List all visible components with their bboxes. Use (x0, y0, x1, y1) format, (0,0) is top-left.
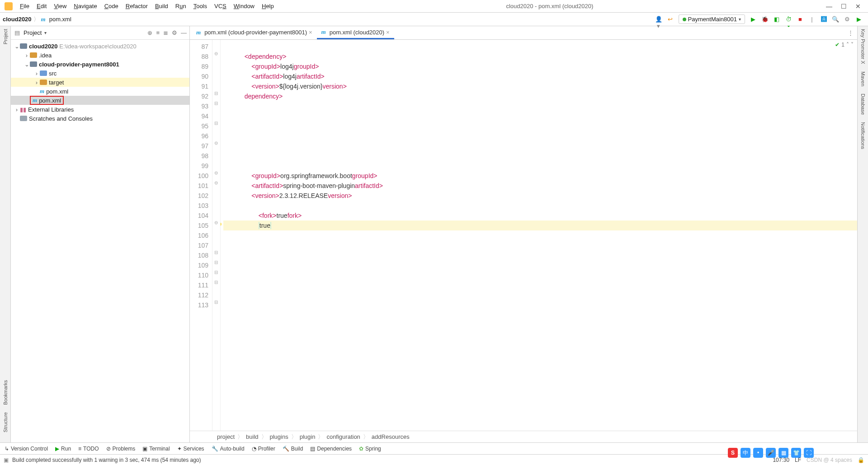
chevron-down-icon: ▾ (739, 17, 741, 22)
project-panel-title: Project (24, 29, 42, 36)
inspection-down-icon[interactable]: ˅ (851, 42, 854, 48)
tree-scratches[interactable]: Scratches and Consoles (11, 114, 189, 123)
app-logo-icon (5, 2, 13, 10)
tree-module[interactable]: ⌄cloud-provider-payment8001 (11, 60, 189, 69)
coverage-button[interactable]: ◧ (773, 16, 780, 23)
run-anything-icon[interactable]: ▶ (855, 16, 863, 23)
back-arrow-icon[interactable]: ↩ (667, 16, 674, 23)
maven-file-icon: m (40, 88, 44, 95)
toolwin-todo[interactable]: ≡ TODO (78, 446, 99, 452)
add-user-icon[interactable]: 👤▾ (655, 16, 662, 23)
tree-root-pom[interactable]: mpom.xml (11, 96, 189, 105)
toolwin-notifications[interactable]: Notifications (860, 122, 866, 149)
tree-ext-libs[interactable]: ›▮▮External Libraries (11, 105, 189, 114)
menu-view[interactable]: View (50, 3, 70, 9)
close-window-button[interactable]: ✕ (851, 3, 865, 10)
toolwin-project[interactable]: Project (3, 29, 8, 44)
run-config-name: PaymentMain8001 (688, 16, 737, 23)
fold-strip[interactable]: ⊖ ⊟ ⊟ ⊟ ⊖ ⊖ ⊖ ⊖ ⊟ ⊟ ⊟ ⊟ ⊟ (212, 40, 221, 431)
toolwin-database[interactable]: Database (860, 94, 866, 115)
toolwin-bookmarks[interactable]: Bookmarks (3, 380, 8, 405)
menu-build[interactable]: Build (151, 3, 172, 9)
expand-all-icon[interactable]: ≡ (156, 29, 160, 36)
chevron-down-icon[interactable]: ▾ (44, 30, 47, 35)
maven-file-icon: m (321, 28, 326, 36)
menu-window[interactable]: Window (230, 3, 258, 9)
minimize-button[interactable]: — (822, 3, 836, 10)
menu-help[interactable]: Help (258, 3, 278, 9)
editor-area: m pom.xml (cloud-provider-payment8001) ×… (190, 26, 857, 442)
line-gutter: 8788899091929394959697989910010110210310… (190, 40, 212, 431)
toolwin-run[interactable]: ▶ Run (55, 446, 71, 452)
status-message: Build completed successfully with 1 warn… (12, 457, 201, 463)
select-opened-icon[interactable]: ⊕ (147, 29, 152, 36)
code-content[interactable]: <dependency> <groupId>log4jgroupId> <art… (221, 40, 857, 431)
project-panel: ▤ Project ▾ ⊕ ≡ ≣ ⚙ — ⌄ cloud2020 E:\ide… (11, 26, 190, 442)
toolwin-maven[interactable]: Maven (860, 71, 866, 86)
tab-pom-root[interactable]: m pom.xml (cloud2020) × (317, 26, 394, 39)
settings-icon[interactable]: ⚙ (844, 16, 851, 23)
crumb-file[interactable]: pom.xml (49, 16, 71, 23)
toolwin-autobuild[interactable]: 🔧 Auto-build (212, 446, 245, 452)
toolwin-build[interactable]: 🔨 Build (283, 446, 303, 452)
tabs-more-icon[interactable]: ⋮ (844, 29, 857, 36)
stop-button[interactable]: ■ (797, 16, 804, 23)
toolwin-vcs[interactable]: ↳ Version Control (5, 446, 48, 452)
menu-vcs[interactable]: VCS (211, 3, 230, 9)
toolwin-problems[interactable]: ⊘ Problems (106, 446, 136, 452)
toolwin-terminal[interactable]: ▣ Terminal (142, 446, 170, 452)
ime-logo-icon: S (728, 448, 738, 458)
chevron-right-icon: 〉 (33, 15, 39, 23)
status-window-icon[interactable]: ▣ (4, 457, 9, 463)
tree-idea[interactable]: ›.idea (11, 51, 189, 60)
toolwin-structure[interactable]: Structure (3, 412, 8, 432)
toolwin-dependencies[interactable]: ▤ Dependencies (310, 446, 352, 452)
tree-root[interactable]: ⌄ cloud2020 E:\idea-workspace\cloud2020 (11, 42, 189, 51)
menu-file[interactable]: File (16, 3, 33, 9)
editor-breadcrumbs[interactable]: project 〉 build 〉 plugins 〉 plugin 〉 con… (190, 431, 857, 442)
toolwin-spring[interactable]: ✿ Spring (359, 446, 381, 452)
tree-module-pom[interactable]: mpom.xml (11, 87, 189, 96)
menu-run[interactable]: Run (172, 3, 190, 9)
menu-edit[interactable]: Edit (33, 3, 50, 9)
tab-pom-module[interactable]: m pom.xml (cloud-provider-payment8001) × (192, 26, 317, 39)
toolwin-keypromoter[interactable]: Key Promoter X (860, 29, 866, 64)
menu-tools[interactable]: Tools (190, 3, 211, 9)
folder-icon: ▤ (14, 29, 21, 37)
find-icon[interactable]: 🔍 (832, 16, 839, 23)
right-tool-strip: Key Promoter X Maven Database Notificati… (857, 26, 868, 442)
run-status-icon (683, 18, 686, 21)
hide-panel-icon[interactable]: — (181, 29, 187, 36)
translate-icon[interactable]: 🅰 (820, 16, 827, 23)
editor-body[interactable]: 8788899091929394959697989910010110210310… (190, 40, 857, 431)
menu-refactor[interactable]: Refactor (122, 3, 151, 9)
close-tab-icon[interactable]: × (386, 29, 390, 36)
crumb-root[interactable]: cloud2020 (3, 16, 32, 23)
debug-button[interactable]: 🐞 (761, 16, 769, 23)
maven-file-icon: m (41, 16, 46, 23)
tree-src[interactable]: ›src (11, 69, 189, 78)
toolwin-services[interactable]: ✦ Services (177, 446, 204, 452)
maximize-button[interactable]: ☐ (836, 3, 851, 10)
window-title: cloud2020 - pom.xml (cloud2020) (278, 3, 822, 9)
editor-inspections[interactable]: ✔ 1 ˄ ˅ (835, 42, 854, 48)
toolwin-profiler[interactable]: ◔ Profiler (252, 446, 275, 452)
profile-button[interactable]: ⏱▾ (785, 16, 792, 23)
left-tool-strip: Project Bookmarks Structure (0, 26, 11, 442)
run-config-selector[interactable]: PaymentMain8001 ▾ (679, 14, 745, 24)
ime-indicator[interactable]: S 中 • 🎤 ▦ 👕 ⛶ (728, 448, 814, 458)
inspection-up-icon[interactable]: ˄ (846, 42, 849, 48)
main-area: Project Bookmarks Structure ▤ Project ▾ … (0, 26, 868, 442)
collapse-all-icon[interactable]: ≣ (163, 29, 168, 36)
panel-settings-icon[interactable]: ⚙ (172, 29, 177, 36)
close-tab-icon[interactable]: × (309, 29, 312, 36)
project-tree[interactable]: ⌄ cloud2020 E:\idea-workspace\cloud2020 … (11, 40, 189, 442)
build-separator: | (808, 16, 816, 23)
editor-tabs: m pom.xml (cloud-provider-payment8001) ×… (190, 26, 857, 40)
nav-breadcrumb[interactable]: cloud2020 〉 m pom.xml (3, 15, 71, 23)
tree-target[interactable]: ›target (11, 78, 189, 87)
run-button[interactable]: ▶ (750, 16, 757, 23)
menu-code[interactable]: Code (101, 3, 122, 9)
status-lock-icon[interactable]: 🔒 (858, 457, 864, 463)
menu-navigate[interactable]: Navigate (70, 3, 100, 9)
